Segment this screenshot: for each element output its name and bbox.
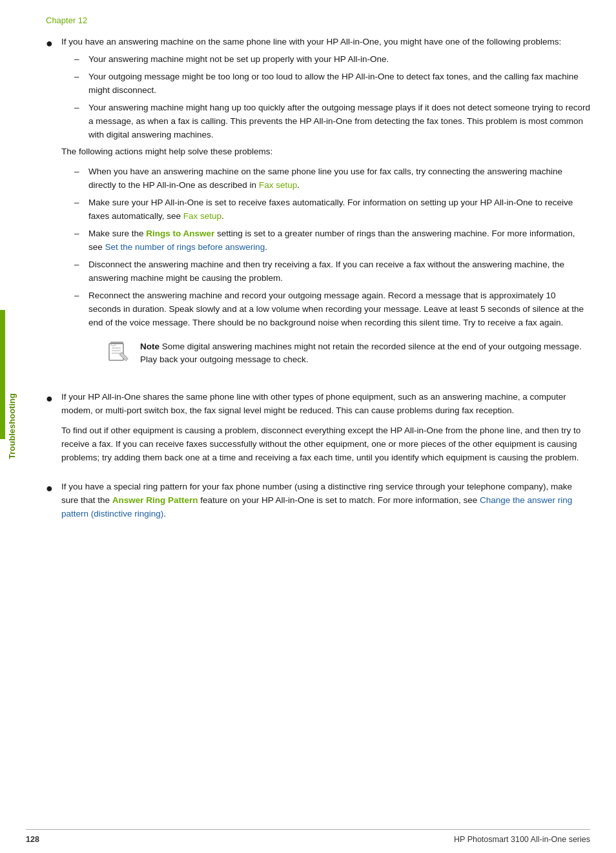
dash-item-3: – Your answering machine might hang up t…	[74, 101, 590, 142]
dash-content-1: Your answering machine might not be set …	[88, 53, 590, 67]
action-dash-3: –	[74, 227, 88, 241]
action1-end: .	[297, 180, 300, 190]
bullet-dot-2: ●	[46, 391, 57, 407]
action-item-3: – Make sure the Rings to Answer setting …	[74, 227, 590, 254]
bullet2-para: To find out if other equipment is causin…	[61, 424, 590, 465]
dash-content-2: Your outgoing message might be too long …	[88, 70, 590, 98]
bullet1-intro: If you have an answering machine on the …	[61, 37, 561, 46]
action3-end: .	[265, 242, 267, 252]
bullet2-text: If your HP All-in-One shares the same ph…	[61, 391, 590, 418]
action1-text: When you have an answering machine on th…	[88, 167, 562, 190]
sidebar-troubleshooting-label: Troubleshooting	[7, 393, 17, 459]
action-content-3: Make sure the Rings to Answer setting is…	[88, 227, 590, 254]
dash-mark-3: –	[74, 101, 88, 115]
bullet-item-1: ● If you have an answering machine on th…	[46, 36, 590, 382]
note-icon-container	[107, 340, 135, 368]
dash-item-1: – Your answering machine might not be se…	[74, 53, 590, 67]
dash-list-1: – Your answering machine might not be se…	[74, 53, 590, 142]
bullet3-text-mid: feature on your HP All-in-One is set to …	[198, 495, 480, 505]
action5-text: Reconnect the answering machine and reco…	[88, 291, 584, 327]
fax-setup-link-1[interactable]: Fax setup	[259, 180, 297, 190]
note-label: Note	[140, 342, 159, 351]
fax-setup-link-2[interactable]: Fax setup	[183, 211, 221, 221]
action-dash-5: –	[74, 289, 88, 303]
bullet-content-2: If your HP All-in-One shares the same ph…	[61, 391, 590, 471]
green-left-bar	[0, 310, 5, 439]
following-actions-intro: The following actions might help solve t…	[61, 145, 590, 159]
page-footer: 128 HP Photosmart 3100 All-in-One series	[26, 829, 590, 844]
footer-product-name: HP Photosmart 3100 All-in-One series	[454, 835, 590, 844]
rings-before-answering-link[interactable]: Set the number of rings before answering	[105, 242, 265, 252]
action-item-5: – Reconnect the answering machine and re…	[74, 289, 590, 378]
action-content-2: Make sure your HP All-in-One is set to r…	[88, 196, 590, 223]
dash-content-3: Your answering machine might hang up too…	[88, 101, 590, 142]
note-text-content: Note Some digital answering machines mig…	[140, 340, 585, 367]
action2-end: .	[221, 211, 224, 221]
note-box: Note Some digital answering machines mig…	[101, 336, 590, 372]
chapter-header: Chapter 12	[46, 15, 87, 25]
answer-ring-pattern-bold: Answer Ring Pattern	[112, 495, 198, 505]
action-content-1: When you have an answering machine on th…	[88, 165, 590, 192]
action-item-1: – When you have an answering machine on …	[74, 165, 590, 192]
action-item-4: – Disconnect the answering machine and t…	[74, 258, 590, 285]
bullet-dot-1: ●	[46, 36, 57, 52]
action-content-4: Disconnect the answering machine and the…	[88, 258, 590, 285]
action-dash-1: –	[74, 165, 88, 179]
svg-rect-1	[109, 344, 123, 360]
rings-to-answer-bold: Rings to Answer	[146, 229, 214, 238]
dash-item-2: – Your outgoing message might be too lon…	[74, 70, 590, 98]
bullet-content-3: If you have a special ring pattern for y…	[61, 480, 590, 521]
action-list: – When you have an answering machine on …	[74, 165, 590, 378]
dash-mark-2: –	[74, 70, 88, 84]
action3-pre: Make sure the	[88, 229, 146, 238]
dash-mark-1: –	[74, 53, 88, 67]
action2-text: Make sure your HP All-in-One is set to r…	[88, 198, 573, 221]
bullet-dot-3: ●	[46, 480, 57, 497]
action-content-5: Reconnect the answering machine and reco…	[88, 289, 590, 378]
main-bullet-list: ● If you have an answering machine on th…	[46, 36, 590, 521]
bullet3-text-end: .	[163, 509, 166, 519]
action-dash-2: –	[74, 196, 88, 210]
note-pencil-icon	[107, 340, 130, 364]
main-content: ● If you have an answering machine on th…	[46, 36, 590, 814]
action-item-2: – Make sure your HP All-in-One is set to…	[74, 196, 590, 223]
bullet-item-3: ● If you have a special ring pattern for…	[46, 480, 590, 521]
page-container: Troubleshooting Chapter 12 ● If you have…	[0, 0, 616, 853]
note-body-text: Some digital answering machines might no…	[140, 342, 582, 365]
action-dash-4: –	[74, 258, 88, 272]
bullet-content-1: If you have an answering machine on the …	[61, 36, 590, 382]
footer-page-number: 128	[26, 835, 39, 844]
bullet-item-2: ● If your HP All-in-One shares the same …	[46, 391, 590, 471]
